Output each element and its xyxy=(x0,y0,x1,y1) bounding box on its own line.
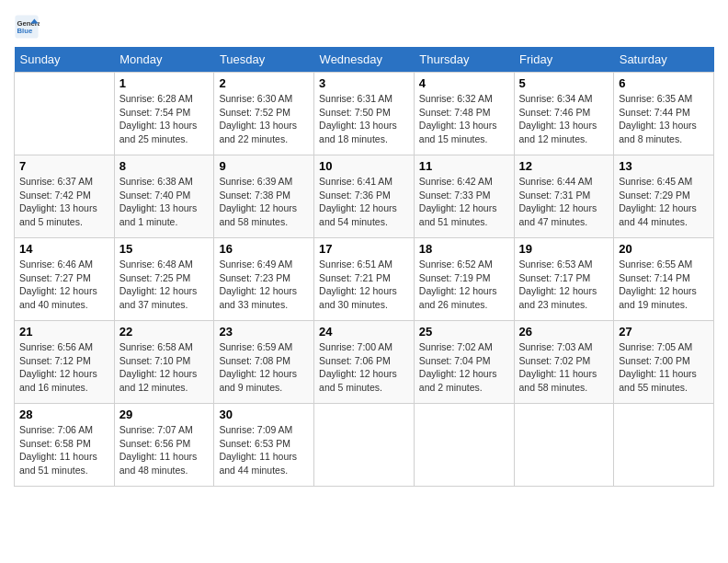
table-row xyxy=(15,73,115,155)
calendar-table: SundayMondayTuesdayWednesdayThursdayFrid… xyxy=(14,47,714,487)
table-row: 7Sunrise: 6:37 AM Sunset: 7:42 PM Daylig… xyxy=(15,155,115,238)
day-number: 25 xyxy=(419,325,509,339)
table-row: 22Sunrise: 6:58 AM Sunset: 7:10 PM Dayli… xyxy=(114,321,214,404)
table-row: 27Sunrise: 7:05 AM Sunset: 7:00 PM Dayli… xyxy=(614,321,714,404)
table-row: 4Sunrise: 6:32 AM Sunset: 7:48 PM Daylig… xyxy=(414,73,514,155)
day-number: 21 xyxy=(19,325,109,339)
table-row: 2Sunrise: 6:30 AM Sunset: 7:52 PM Daylig… xyxy=(214,73,314,155)
table-row: 28Sunrise: 7:06 AM Sunset: 6:58 PM Dayli… xyxy=(15,404,115,487)
day-info: Sunrise: 6:46 AM Sunset: 7:27 PM Dayligh… xyxy=(19,258,109,312)
table-row: 14Sunrise: 6:46 AM Sunset: 7:27 PM Dayli… xyxy=(15,238,115,321)
table-row xyxy=(414,404,514,487)
table-row: 5Sunrise: 6:34 AM Sunset: 7:46 PM Daylig… xyxy=(514,73,614,155)
day-number: 29 xyxy=(119,408,210,421)
header-day-thursday: Thursday xyxy=(414,47,514,73)
table-row: 17Sunrise: 6:51 AM Sunset: 7:21 PM Dayli… xyxy=(314,238,415,321)
day-number: 6 xyxy=(619,76,709,90)
table-row: 8Sunrise: 6:38 AM Sunset: 7:40 PM Daylig… xyxy=(114,155,214,238)
table-row: 16Sunrise: 6:49 AM Sunset: 7:23 PM Dayli… xyxy=(214,238,314,321)
day-info: Sunrise: 7:06 AM Sunset: 6:58 PM Dayligh… xyxy=(19,423,109,477)
table-row: 18Sunrise: 6:52 AM Sunset: 7:19 PM Dayli… xyxy=(414,238,514,321)
day-info: Sunrise: 6:52 AM Sunset: 7:19 PM Dayligh… xyxy=(419,258,509,312)
day-info: Sunrise: 6:37 AM Sunset: 7:42 PM Dayligh… xyxy=(19,175,109,229)
header-row: SundayMondayTuesdayWednesdayThursdayFrid… xyxy=(15,47,714,73)
day-number: 27 xyxy=(619,325,709,339)
day-info: Sunrise: 6:34 AM Sunset: 7:46 PM Dayligh… xyxy=(519,92,609,146)
day-number: 30 xyxy=(219,408,309,421)
day-info: Sunrise: 6:32 AM Sunset: 7:48 PM Dayligh… xyxy=(419,92,509,146)
table-row: 21Sunrise: 6:56 AM Sunset: 7:12 PM Dayli… xyxy=(15,321,115,404)
day-number: 20 xyxy=(619,242,709,256)
logo-icon: General Blue xyxy=(14,14,40,40)
day-number: 28 xyxy=(19,408,109,421)
day-info: Sunrise: 6:39 AM Sunset: 7:38 PM Dayligh… xyxy=(219,175,309,229)
table-row xyxy=(614,404,714,487)
table-row: 30Sunrise: 7:09 AM Sunset: 6:53 PM Dayli… xyxy=(214,404,314,487)
day-info: Sunrise: 7:02 AM Sunset: 7:04 PM Dayligh… xyxy=(419,340,509,395)
day-number: 3 xyxy=(319,76,409,90)
table-row: 29Sunrise: 7:07 AM Sunset: 6:56 PM Dayli… xyxy=(114,404,214,487)
calendar-week-2: 7Sunrise: 6:37 AM Sunset: 7:42 PM Daylig… xyxy=(15,155,714,238)
table-row: 13Sunrise: 6:45 AM Sunset: 7:29 PM Dayli… xyxy=(614,155,714,238)
page-header: General Blue xyxy=(14,14,714,40)
table-row: 12Sunrise: 6:44 AM Sunset: 7:31 PM Dayli… xyxy=(514,155,614,238)
day-number: 22 xyxy=(119,325,210,339)
day-number: 15 xyxy=(119,242,210,256)
header-day-monday: Monday xyxy=(114,47,214,73)
day-info: Sunrise: 6:58 AM Sunset: 7:10 PM Dayligh… xyxy=(119,340,210,395)
day-info: Sunrise: 6:53 AM Sunset: 7:17 PM Dayligh… xyxy=(519,258,609,312)
calendar-header: SundayMondayTuesdayWednesdayThursdayFrid… xyxy=(15,47,714,73)
day-number: 8 xyxy=(119,159,210,173)
calendar-week-1: 1Sunrise: 6:28 AM Sunset: 7:54 PM Daylig… xyxy=(15,73,714,155)
day-number: 26 xyxy=(519,325,609,339)
day-info: Sunrise: 6:38 AM Sunset: 7:40 PM Dayligh… xyxy=(119,175,210,229)
day-number: 13 xyxy=(619,159,709,173)
day-number: 23 xyxy=(219,325,309,339)
table-row: 3Sunrise: 6:31 AM Sunset: 7:50 PM Daylig… xyxy=(314,73,415,155)
day-number: 19 xyxy=(519,242,609,256)
header-day-wednesday: Wednesday xyxy=(314,47,415,73)
day-info: Sunrise: 6:31 AM Sunset: 7:50 PM Dayligh… xyxy=(319,92,409,146)
table-row: 11Sunrise: 6:42 AM Sunset: 7:33 PM Dayli… xyxy=(414,155,514,238)
day-number: 18 xyxy=(419,242,509,256)
day-info: Sunrise: 7:00 AM Sunset: 7:06 PM Dayligh… xyxy=(319,340,409,395)
day-info: Sunrise: 6:45 AM Sunset: 7:29 PM Dayligh… xyxy=(619,175,709,229)
day-number: 14 xyxy=(19,242,109,256)
header-day-friday: Friday xyxy=(514,47,614,73)
day-number: 2 xyxy=(219,76,309,90)
day-info: Sunrise: 6:42 AM Sunset: 7:33 PM Dayligh… xyxy=(419,175,509,229)
logo: General Blue xyxy=(14,14,43,40)
table-row: 1Sunrise: 6:28 AM Sunset: 7:54 PM Daylig… xyxy=(114,73,214,155)
day-number: 9 xyxy=(219,159,309,173)
day-info: Sunrise: 6:51 AM Sunset: 7:21 PM Dayligh… xyxy=(319,258,409,312)
day-info: Sunrise: 6:59 AM Sunset: 7:08 PM Dayligh… xyxy=(219,340,309,395)
table-row: 26Sunrise: 7:03 AM Sunset: 7:02 PM Dayli… xyxy=(514,321,614,404)
day-number: 16 xyxy=(219,242,309,256)
day-number: 17 xyxy=(319,242,409,256)
table-row: 25Sunrise: 7:02 AM Sunset: 7:04 PM Dayli… xyxy=(414,321,514,404)
day-number: 4 xyxy=(419,76,509,90)
day-info: Sunrise: 6:49 AM Sunset: 7:23 PM Dayligh… xyxy=(219,258,309,312)
calendar-body: 1Sunrise: 6:28 AM Sunset: 7:54 PM Daylig… xyxy=(15,73,714,487)
table-row xyxy=(314,404,415,487)
day-info: Sunrise: 6:35 AM Sunset: 7:44 PM Dayligh… xyxy=(619,92,709,146)
day-info: Sunrise: 6:48 AM Sunset: 7:25 PM Dayligh… xyxy=(119,258,210,312)
day-info: Sunrise: 6:56 AM Sunset: 7:12 PM Dayligh… xyxy=(19,340,109,395)
day-number: 10 xyxy=(319,159,409,173)
header-day-tuesday: Tuesday xyxy=(214,47,314,73)
table-row: 6Sunrise: 6:35 AM Sunset: 7:44 PM Daylig… xyxy=(614,73,714,155)
table-row: 23Sunrise: 6:59 AM Sunset: 7:08 PM Dayli… xyxy=(214,321,314,404)
day-info: Sunrise: 7:07 AM Sunset: 6:56 PM Dayligh… xyxy=(119,423,210,477)
table-row: 15Sunrise: 6:48 AM Sunset: 7:25 PM Dayli… xyxy=(114,238,214,321)
day-number: 24 xyxy=(319,325,409,339)
day-number: 7 xyxy=(19,159,109,173)
day-number: 1 xyxy=(119,76,210,90)
day-info: Sunrise: 6:55 AM Sunset: 7:14 PM Dayligh… xyxy=(619,258,709,312)
table-row: 9Sunrise: 6:39 AM Sunset: 7:38 PM Daylig… xyxy=(214,155,314,238)
header-day-saturday: Saturday xyxy=(614,47,714,73)
table-row: 24Sunrise: 7:00 AM Sunset: 7:06 PM Dayli… xyxy=(314,321,415,404)
table-row xyxy=(514,404,614,487)
day-info: Sunrise: 7:05 AM Sunset: 7:00 PM Dayligh… xyxy=(619,340,709,395)
table-row: 20Sunrise: 6:55 AM Sunset: 7:14 PM Dayli… xyxy=(614,238,714,321)
day-info: Sunrise: 6:44 AM Sunset: 7:31 PM Dayligh… xyxy=(519,175,609,229)
